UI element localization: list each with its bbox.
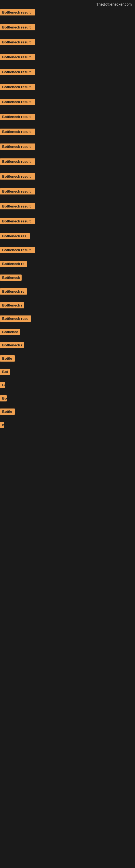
bottleneck-result-label[interactable]: Bottleneck result <box>0 99 35 105</box>
bottleneck-result-label[interactable]: Bottleneck result <box>0 188 35 194</box>
bottleneck-result-label[interactable]: Bot <box>0 369 10 375</box>
bottleneck-result-label[interactable]: Bottlenec <box>0 329 20 335</box>
list-item: Bottleneck r <box>0 341 135 350</box>
bottleneck-result-label[interactable]: Bottle <box>0 355 15 362</box>
list-item: Bottleneck result <box>0 158 135 166</box>
list-item: Bottleneck result <box>0 83 135 92</box>
list-item: Bottleneck result <box>0 24 135 32</box>
list-item: n <box>0 421 135 430</box>
bottleneck-result-label[interactable]: Bottleneck r <box>0 302 24 308</box>
list-item: Bottle <box>0 408 135 416</box>
bottleneck-result-label[interactable]: Bottleneck r <box>0 342 24 348</box>
bottleneck-result-label[interactable]: Bottleneck result <box>0 144 35 150</box>
list-item: Bottleneck result <box>0 38 135 47</box>
list-item: Bottleneck result <box>0 54 135 62</box>
list-item: Bottle <box>0 355 135 363</box>
bottleneck-result-label[interactable]: Bottleneck resu <box>0 315 31 322</box>
list-item: B <box>0 381 135 390</box>
list-item: Bottleneck result <box>0 68 135 77</box>
bottleneck-result-label[interactable]: Bottleneck re <box>0 261 27 267</box>
bottleneck-result-label[interactable]: Bottleneck result <box>0 24 35 30</box>
bottleneck-result-label[interactable]: Bottleneck result <box>0 247 35 253</box>
bottleneck-result-label[interactable]: Bottleneck result <box>0 69 35 75</box>
bottleneck-result-label[interactable]: Bottle <box>0 408 15 415</box>
list-item: Bottleneck result <box>0 128 135 136</box>
bottleneck-list: Bottleneck resultBottleneck resultBottle… <box>0 8 135 436</box>
bottleneck-result-label[interactable]: Bottleneck result <box>0 158 35 165</box>
list-item: Bottleneck result <box>0 218 135 226</box>
list-item: Bottleneck re <box>0 260 135 269</box>
list-item: Bottleneck result <box>0 98 135 106</box>
bottleneck-result-label[interactable]: Bottleneck <box>0 275 21 281</box>
site-title: TheBottlenecker.com <box>0 0 135 8</box>
list-item: Bottleneck resu <box>0 315 135 323</box>
list-item: Bot <box>0 368 135 376</box>
bottleneck-result-label[interactable]: Bottleneck res <box>0 233 30 239</box>
bottleneck-result-label[interactable]: Bottleneck result <box>0 203 35 209</box>
list-item: Bottleneck result <box>0 173 135 181</box>
list-item: Bottleneck re <box>0 288 135 296</box>
bottleneck-result-label[interactable]: Bottleneck result <box>0 114 35 120</box>
list-item: Bottleneck result <box>0 246 135 255</box>
list-item: Bo <box>0 395 135 403</box>
list-item: Bottleneck r <box>0 302 135 310</box>
bottleneck-result-label[interactable]: B <box>0 382 5 388</box>
list-item: Bottleneck result <box>0 143 135 151</box>
bottleneck-result-label[interactable]: Bottleneck result <box>0 84 35 90</box>
bottleneck-result-label[interactable]: Bottleneck result <box>0 218 35 224</box>
bottleneck-result-label[interactable]: Bottleneck result <box>0 129 35 135</box>
bottleneck-result-label[interactable]: Bottleneck result <box>0 173 35 180</box>
site-header: TheBottlenecker.com <box>0 0 135 8</box>
list-item: Bottlenec <box>0 328 135 337</box>
bottleneck-result-label[interactable]: Bo <box>0 395 7 401</box>
bottleneck-result-label[interactable]: Bottleneck result <box>0 39 35 45</box>
list-item: Bottleneck res <box>0 232 135 241</box>
list-item: Bottleneck result <box>0 9 135 17</box>
bottleneck-result-label[interactable]: Bottleneck re <box>0 288 27 294</box>
list-item: Bottleneck result <box>0 188 135 196</box>
list-item: Bottleneck <box>0 274 135 282</box>
bottleneck-result-label[interactable]: Bottleneck result <box>0 54 35 60</box>
bottleneck-result-label[interactable]: n <box>0 422 4 428</box>
bottleneck-result-label[interactable]: Bottleneck result <box>0 9 35 16</box>
list-item: Bottleneck result <box>0 203 135 211</box>
list-item: Bottleneck result <box>0 113 135 122</box>
